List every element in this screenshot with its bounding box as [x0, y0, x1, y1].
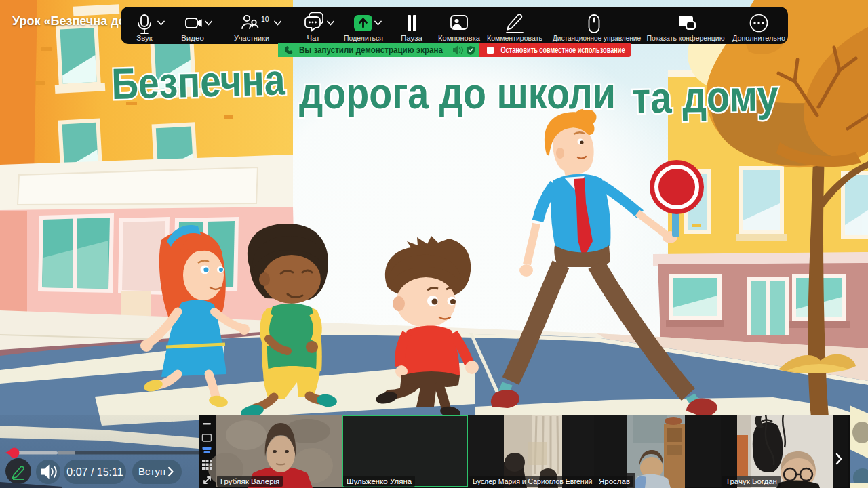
svg-text:Комментировать: Комментировать: [487, 34, 542, 42]
svg-text:та дому: та дому: [631, 71, 779, 123]
svg-text:Безпечна: Безпечна: [111, 55, 285, 108]
svg-text:дорога до школи: дорога до школи: [299, 69, 616, 118]
svg-text:Видео: Видео: [181, 34, 204, 42]
svg-text:Поделиться: Поделиться: [344, 34, 383, 42]
svg-text:10: 10: [261, 15, 269, 23]
svg-text:Вы запустили демонстрацию экра: Вы запустили демонстрацию экрана: [299, 45, 443, 55]
svg-text:Дополнительно: Дополнительно: [732, 34, 785, 42]
svg-text:Вступ: Вступ: [138, 466, 165, 477]
svg-text:Чат: Чат: [307, 34, 320, 42]
svg-text:Компоновка: Компоновка: [438, 34, 481, 42]
svg-text:Дистанционное управление: Дистанционное управление: [553, 34, 641, 42]
svg-text:Показать конференцию: Показать конференцию: [647, 34, 725, 42]
svg-text:Пауза: Пауза: [401, 34, 423, 42]
svg-text:Остановить совместное использо: Остановить совместное использование: [501, 45, 625, 55]
svg-text:Звук: Звук: [136, 34, 153, 42]
svg-text:0:07 / 15:11: 0:07 / 15:11: [66, 466, 123, 478]
svg-text:Участники: Участники: [234, 34, 269, 42]
